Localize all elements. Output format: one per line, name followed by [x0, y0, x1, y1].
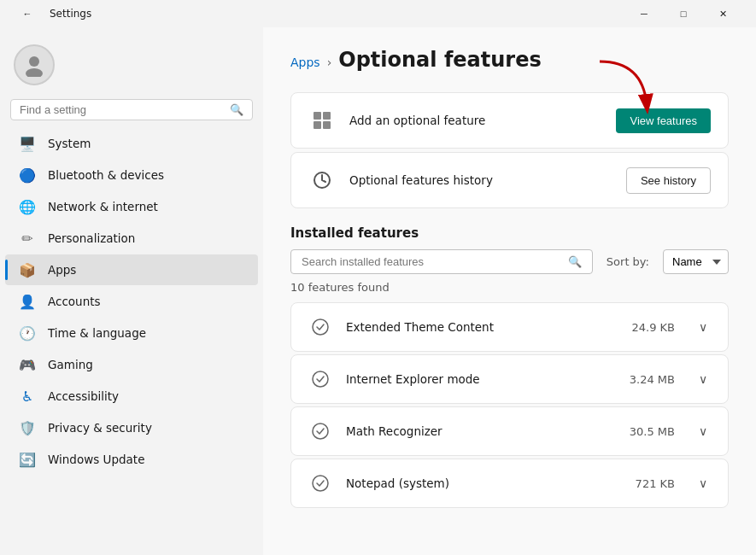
sidebar-item-bluetooth[interactable]: 🔵 Bluetooth & devices	[5, 160, 258, 190]
nav-label-bluetooth: Bluetooth & devices	[48, 168, 164, 182]
svg-point-0	[29, 56, 39, 67]
see-history-button[interactable]: See history	[626, 167, 711, 194]
nav-icon-accounts: 👤	[19, 293, 36, 310]
sidebar-search-input[interactable]	[20, 103, 223, 116]
feature-size: 24.9 KB	[631, 321, 675, 334]
feature-size: 721 KB	[636, 477, 675, 490]
feature-card: Internet Explorer mode 3.24 MB ∨	[290, 354, 729, 404]
svg-rect-5	[323, 121, 331, 129]
sidebar-item-apps[interactable]: 📦 Apps	[5, 254, 258, 285]
sidebar-search-box[interactable]: 🔍	[10, 99, 253, 120]
sidebar-item-gaming[interactable]: 🎮 Gaming	[5, 349, 258, 380]
feature-row: Notepad (system) 721 KB ∨	[291, 459, 728, 507]
nav-icon-gaming: 🎮	[19, 356, 36, 373]
feature-name: Notepad (system)	[346, 476, 622, 490]
features-list: Extended Theme Content 24.9 KB ∨ Interne…	[290, 302, 729, 508]
nav-icon-update: 🔄	[19, 451, 36, 468]
svg-point-1	[26, 68, 43, 77]
feature-size: 3.24 MB	[630, 373, 675, 386]
breadcrumb-apps[interactable]: Apps	[290, 56, 320, 69]
nav-label-accounts: Accounts	[48, 295, 101, 308]
sidebar-item-system[interactable]: 🖥️ System	[5, 128, 258, 159]
feature-card: Math Recognizer 30.5 MB ∨	[290, 406, 729, 456]
sort-select[interactable]: Name Size Status	[663, 249, 729, 274]
installed-features-title: Installed features	[290, 225, 729, 241]
feature-expand-button[interactable]: ∨	[695, 318, 711, 336]
app-title: Settings	[50, 8, 91, 20]
sidebar-item-network[interactable]: 🌐 Network & internet	[5, 191, 258, 222]
app-body: 🔍 🖥️ System 🔵 Bluetooth & devices 🌐 Netw…	[0, 27, 756, 555]
nav-label-update: Windows Update	[48, 453, 144, 466]
nav-label-accessibility: Accessibility	[48, 389, 119, 403]
sidebar-item-update[interactable]: 🔄 Windows Update	[5, 444, 258, 475]
minimize-button[interactable]: ─	[624, 0, 664, 27]
page-header: Apps › Optional features	[290, 48, 729, 72]
feature-card: Extended Theme Content 24.9 KB ∨	[290, 302, 729, 352]
sidebar-item-accounts[interactable]: 👤 Accounts	[5, 286, 258, 317]
window-controls: ─ □ ✕	[624, 0, 742, 27]
feature-name: Extended Theme Content	[346, 320, 618, 334]
feature-expand-button[interactable]: ∨	[695, 371, 711, 388]
arrow-container: View features	[616, 108, 711, 133]
nav-icon-personalization: ✏️	[19, 230, 36, 247]
sidebar-item-accessibility[interactable]: ♿ Accessibility	[5, 381, 258, 412]
feature-size: 30.5 MB	[630, 425, 675, 438]
breadcrumb-sep: ›	[327, 56, 332, 69]
sort-label: Sort by:	[607, 255, 649, 268]
sidebar: 🔍 🖥️ System 🔵 Bluetooth & devices 🌐 Netw…	[0, 27, 263, 555]
search-features-box[interactable]: 🔍	[290, 249, 593, 274]
nav-icon-apps: 📦	[19, 261, 36, 278]
add-feature-row: Add an optional feature View features	[291, 93, 728, 148]
svg-point-8	[313, 319, 328, 335]
nav-icon-network: 🌐	[19, 198, 36, 215]
nav-label-system: System	[48, 137, 91, 150]
history-icon	[308, 166, 336, 194]
back-button[interactable]: ←	[14, 0, 41, 27]
sidebar-item-personalization[interactable]: ✏️ Personalization	[5, 223, 258, 254]
feature-icon	[308, 315, 332, 339]
view-features-button[interactable]: View features	[616, 108, 711, 133]
feature-expand-button[interactable]: ∨	[695, 423, 711, 440]
add-feature-label: Add an optional feature	[349, 114, 602, 127]
page-title: Optional features	[338, 48, 542, 72]
sidebar-search-icon: 🔍	[230, 103, 243, 116]
nav-label-personalization: Personalization	[48, 231, 135, 245]
nav-icon-accessibility: ♿	[19, 388, 36, 405]
svg-point-10	[313, 424, 328, 439]
nav-icon-time: 🕐	[19, 324, 36, 342]
feature-icon	[308, 367, 332, 391]
nav-icon-bluetooth: 🔵	[19, 166, 36, 184]
maximize-button[interactable]: □	[664, 0, 703, 27]
feature-name: Internet Explorer mode	[346, 372, 616, 386]
search-features-input[interactable]	[302, 255, 561, 268]
svg-rect-2	[314, 112, 321, 120]
user-profile-area	[0, 34, 263, 99]
feature-row: Internet Explorer mode 3.24 MB ∨	[291, 355, 728, 403]
nav-list: 🖥️ System 🔵 Bluetooth & devices 🌐 Networ…	[0, 127, 263, 476]
nav-icon-privacy: 🛡️	[19, 419, 36, 436]
title-bar: ← Settings ─ □ ✕	[0, 0, 756, 27]
svg-rect-3	[323, 112, 331, 120]
sidebar-item-privacy[interactable]: 🛡️ Privacy & security	[5, 412, 258, 443]
features-toolbar: 🔍 Sort by: Name Size Status	[290, 249, 729, 274]
history-label: Optional features history	[349, 173, 612, 187]
nav-label-privacy: Privacy & security	[48, 421, 152, 435]
close-button[interactable]: ✕	[703, 0, 742, 27]
feature-icon	[308, 471, 332, 495]
sidebar-item-time[interactable]: 🕐 Time & language	[5, 318, 258, 348]
history-card: Optional features history See history	[290, 152, 729, 208]
svg-rect-4	[314, 121, 321, 129]
nav-label-time: Time & language	[48, 326, 146, 340]
feature-card: Notepad (system) 721 KB ∨	[290, 459, 729, 508]
feature-expand-button[interactable]: ∨	[695, 475, 711, 492]
feature-name: Math Recognizer	[346, 424, 616, 438]
user-avatar[interactable]	[14, 44, 55, 85]
svg-point-9	[313, 371, 328, 387]
nav-label-gaming: Gaming	[48, 358, 93, 371]
add-feature-card: Add an optional feature View features	[290, 92, 729, 149]
title-bar-left: ← Settings	[14, 0, 91, 27]
svg-point-11	[313, 476, 328, 491]
history-row: Optional features history See history	[291, 153, 728, 207]
nav-label-network: Network & internet	[48, 200, 158, 213]
feature-row: Math Recognizer 30.5 MB ∨	[291, 407, 728, 455]
